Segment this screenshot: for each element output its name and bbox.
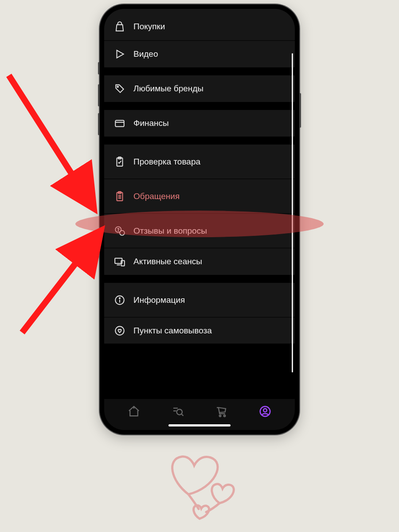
svg-point-12 <box>120 230 125 235</box>
phone-side-button <box>98 62 100 74</box>
menu-item-label: Проверка товара <box>133 157 200 167</box>
menu-item-label: Активные сеансы <box>133 257 202 266</box>
tab-home[interactable] <box>127 404 141 419</box>
menu-item-finance[interactable]: Финансы <box>104 110 295 145</box>
menu-item-label: Видео <box>133 49 158 59</box>
phone-side-button <box>98 84 100 106</box>
svg-point-18 <box>119 297 120 298</box>
menu-item-label: Финансы <box>133 118 169 128</box>
annotation-arrow-top <box>0 66 106 217</box>
menu-item-favorite-brands[interactable]: Любимые бренды <box>104 75 295 110</box>
decoration-hearts <box>146 443 253 523</box>
menu-item-information[interactable]: Информация <box>104 283 295 317</box>
menu-item-label: Любимые бренды <box>133 84 203 94</box>
tab-search[interactable] <box>171 404 185 419</box>
menu-item-label: Пункты самовывоза <box>133 326 212 336</box>
tab-cart[interactable] <box>214 404 228 419</box>
menu-item-label: Информация <box>133 295 185 305</box>
info-icon <box>114 294 125 306</box>
menu-item-video[interactable]: Видео <box>104 41 295 75</box>
scrollbar[interactable] <box>292 53 293 372</box>
tag-icon <box>114 83 125 94</box>
svg-point-11 <box>118 231 118 231</box>
menu-item-reviews-questions[interactable]: Отзывы и вопросы <box>104 214 295 248</box>
svg-point-25 <box>224 415 226 417</box>
card-icon <box>114 117 125 129</box>
menu-item-purchases[interactable]: Покупки <box>104 9 295 41</box>
phone-frame: Покупки Видео Любимые <box>100 4 299 434</box>
bag-icon <box>114 21 125 32</box>
menu-item-label: Обращения <box>133 192 180 201</box>
phone-side-button <box>299 93 301 128</box>
menu-item-product-check[interactable]: Проверка товара <box>104 145 295 179</box>
menu-item-pickup-points[interactable]: Пункты самовывоза <box>104 317 295 344</box>
devices-icon <box>114 256 125 267</box>
svg-point-24 <box>219 415 221 417</box>
play-icon <box>114 48 125 60</box>
svg-point-0 <box>117 86 118 87</box>
phone-side-button <box>98 113 100 135</box>
clipboard-check-icon <box>114 156 125 168</box>
menu-list[interactable]: Покупки Видео Любимые <box>104 9 295 399</box>
heart-pin-icon <box>114 325 125 336</box>
menu-item-active-sessions[interactable]: Активные сеансы <box>104 248 295 283</box>
svg-point-27 <box>263 409 267 412</box>
home-indicator[interactable] <box>168 424 231 426</box>
clipboard-list-icon <box>114 191 125 202</box>
menu-item-requests[interactable]: Обращения <box>104 179 295 214</box>
menu-item-label: Отзывы и вопросы <box>133 226 207 236</box>
svg-rect-1 <box>115 121 124 127</box>
svg-line-29 <box>22 235 98 332</box>
screen: Покупки Видео Любимые <box>104 9 295 430</box>
svg-line-28 <box>9 75 91 204</box>
tab-profile[interactable] <box>258 404 272 419</box>
menu-item-label: Покупки <box>133 22 165 31</box>
svg-point-22 <box>176 409 182 415</box>
svg-line-23 <box>182 414 184 416</box>
chat-question-icon <box>114 225 125 237</box>
